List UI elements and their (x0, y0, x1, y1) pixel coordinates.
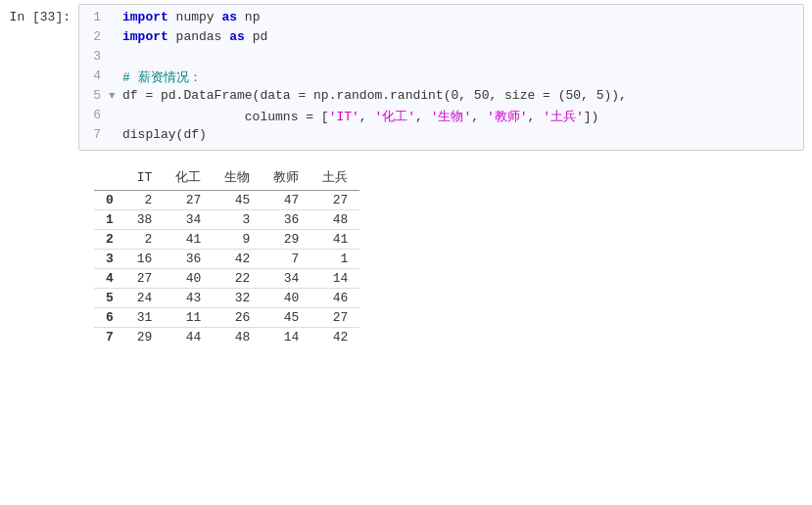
line-content: # 薪资情况： (122, 68, 803, 87)
code-lines: 1import numpy as np2import pandas as pd3… (79, 9, 803, 146)
cell: 22 (213, 269, 262, 289)
table-row: 224192941 (94, 230, 359, 250)
cell: 7 (262, 250, 310, 269)
cell: 45 (213, 191, 262, 210)
cell: 48 (213, 328, 262, 347)
table-row: 72944481442 (94, 328, 359, 347)
cell: 14 (262, 328, 310, 347)
cell: 45 (262, 308, 310, 328)
cell: 3 (213, 210, 262, 230)
row-index: 4 (94, 269, 125, 289)
row-index: 0 (94, 191, 125, 210)
output-area: IT化工生物教师土兵022745472713834336482241929413… (78, 159, 804, 354)
cell: 41 (164, 230, 213, 250)
cell: 36 (164, 250, 213, 269)
code-line: 5▼df = pd.DataFrame(data = np.random.ran… (79, 87, 803, 107)
cell: 34 (262, 269, 310, 289)
line-arrow: ▼ (109, 87, 122, 102)
cell: 43 (164, 289, 213, 308)
line-content (122, 48, 803, 50)
cell: 47 (262, 191, 310, 210)
cell: 27 (310, 191, 359, 210)
cell: 27 (164, 191, 213, 210)
line-arrow (109, 68, 122, 70)
code-line: 1import numpy as np (79, 9, 803, 28)
column-header: 化工 (164, 166, 213, 191)
code-area[interactable]: 1import numpy as np2import pandas as pd3… (78, 4, 804, 151)
notebook-cell: In [33]: 1import numpy as np2import pand… (0, 0, 812, 155)
cell: 46 (310, 289, 359, 308)
line-content: columns = ['IT', '化工', '生物', '教师', '土兵']… (122, 107, 803, 126)
column-header: 土兵 (310, 166, 359, 191)
cell-label: In [33]: (0, 4, 78, 151)
line-number: 7 (79, 126, 109, 142)
line-number: 5 (79, 87, 109, 103)
cell: 40 (262, 289, 310, 308)
table-row: 1383433648 (94, 210, 359, 230)
row-index: 2 (94, 230, 125, 250)
cell: 14 (310, 269, 359, 289)
cell: 42 (310, 328, 359, 347)
cell: 31 (125, 308, 165, 328)
code-line: 2import pandas as pd (79, 28, 803, 48)
line-content: display(df) (122, 126, 803, 143)
column-header: 教师 (262, 166, 310, 191)
table-row: 316364271 (94, 250, 359, 269)
code-line: 3 (79, 48, 803, 68)
dataframe-table: IT化工生物教师土兵022745472713834336482241929413… (94, 166, 359, 346)
line-number: 2 (79, 28, 109, 44)
line-number: 1 (79, 9, 109, 24)
cell: 9 (213, 230, 262, 250)
cell: 42 (213, 250, 262, 269)
cell: 24 (125, 289, 165, 308)
cell: 48 (310, 210, 359, 230)
code-line: 7display(df) (79, 126, 803, 146)
table-row: 0227454727 (94, 191, 359, 210)
cell: 2 (125, 230, 165, 250)
cell: 1 (310, 250, 359, 269)
line-arrow (109, 28, 122, 31)
column-header: 生物 (213, 166, 262, 191)
cell: 16 (125, 250, 165, 269)
cell: 27 (125, 269, 165, 289)
cell: 32 (213, 289, 262, 308)
table-row: 63111264527 (94, 308, 359, 328)
cell: 29 (262, 230, 310, 250)
cell: 41 (310, 230, 359, 250)
cell: 26 (213, 308, 262, 328)
cell: 38 (125, 210, 165, 230)
line-content: df = pd.DataFrame(data = np.random.randi… (122, 87, 803, 104)
table-row: 42740223414 (94, 269, 359, 289)
cell: 40 (164, 269, 213, 289)
cell: 29 (125, 328, 165, 347)
line-arrow (109, 126, 122, 129)
line-number: 3 (79, 48, 109, 64)
cell: 11 (164, 308, 213, 328)
row-index: 7 (94, 328, 125, 347)
row-index: 5 (94, 289, 125, 308)
cell: 34 (164, 210, 213, 230)
column-header: IT (125, 166, 165, 191)
row-index: 6 (94, 308, 125, 328)
line-arrow (109, 107, 122, 110)
line-arrow (109, 48, 122, 51)
index-header (94, 166, 125, 191)
cell: 44 (164, 328, 213, 347)
table-row: 52443324046 (94, 289, 359, 308)
code-line: 6 columns = ['IT', '化工', '生物', '教师', '土兵… (79, 107, 803, 126)
line-content: import pandas as pd (122, 28, 803, 45)
line-number: 6 (79, 107, 109, 122)
row-index: 1 (94, 210, 125, 230)
line-content: import numpy as np (122, 9, 803, 25)
cell: 36 (262, 210, 310, 230)
cell: 27 (310, 308, 359, 328)
line-arrow (109, 9, 122, 12)
row-index: 3 (94, 250, 125, 269)
code-line: 4# 薪资情况： (79, 68, 803, 87)
cell: 2 (125, 191, 165, 210)
line-number: 4 (79, 68, 109, 83)
